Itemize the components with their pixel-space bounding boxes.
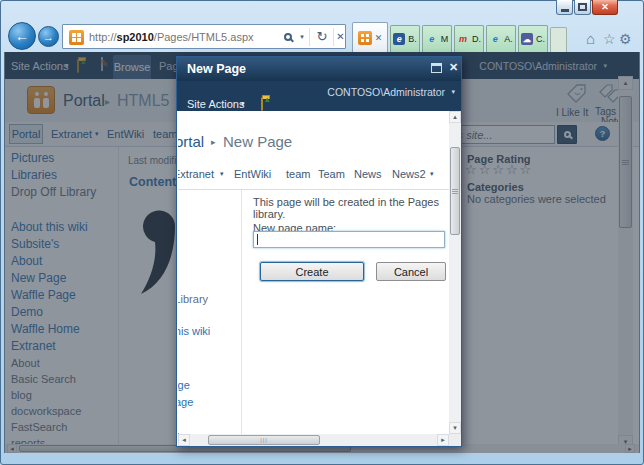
right-arrow-icon: ▸: [441, 436, 445, 443]
back-button[interactable]: ←: [8, 22, 36, 50]
tab-2-label: M: [441, 34, 449, 44]
dialog-scroll-left-button[interactable]: ◂: [178, 434, 190, 446]
home-icon: ⌂: [586, 30, 595, 47]
tab-4[interactable]: e A.: [486, 25, 516, 52]
dialog-side-newpage[interactable]: New Page: [178, 379, 190, 391]
tab-5-label: C.: [536, 34, 545, 44]
dialog-breadcrumb-page: New Page: [223, 133, 292, 150]
address-bar[interactable]: http://sp2010/Pages/HTML5.aspx ▾ ↻ ✕: [62, 24, 346, 49]
dialog-nav-news2[interactable]: News2: [392, 168, 426, 180]
tab-4-label: A.: [504, 34, 513, 44]
new-tab-button[interactable]: [550, 27, 567, 52]
search-icon: [284, 33, 292, 41]
url-host: sp2010: [117, 31, 154, 43]
sharepoint-icon-grid: [361, 34, 364, 37]
url-path: /Pages/HTML5.aspx: [154, 31, 254, 43]
chevron-down-icon: ▾: [451, 88, 455, 96]
down-arrow-icon: ▾: [453, 424, 457, 431]
refresh-icon: ↻: [317, 29, 328, 44]
tab-current[interactable]: ✕: [352, 22, 388, 52]
chevron-down-icon: ▾: [430, 170, 434, 178]
gear-icon: ⚙: [619, 31, 632, 47]
dialog-maximize-icon[interactable]: [431, 63, 442, 73]
tabs-divider: [178, 189, 449, 190]
thumb-grip: |||: [260, 437, 268, 443]
url-text: http://sp2010/Pages/HTML5.aspx: [89, 31, 254, 43]
cancel-button-label: Cancel: [394, 266, 428, 278]
tab-2[interactable]: e M: [422, 25, 452, 52]
new-page-name-input[interactable]: [253, 231, 445, 248]
chevron-down-icon: ▾: [300, 33, 304, 41]
thumb-grip: [452, 191, 458, 192]
forward-button[interactable]: →: [38, 26, 59, 47]
tab-1[interactable]: e B.: [390, 25, 420, 52]
ie-icon: e: [426, 33, 438, 45]
tab-3-favicon: m: [457, 33, 469, 45]
tab-5[interactable]: ☁ C.: [518, 25, 548, 52]
star-icon: ☆: [603, 31, 616, 47]
chevron-down-icon: ▾: [241, 100, 245, 108]
navigate-up-icon[interactable]: ▴: [261, 97, 263, 111]
dialog-user-menu[interactable]: CONTOSO\Administrator: [327, 86, 445, 98]
tab-3[interactable]: m D.: [454, 25, 484, 52]
cancel-button[interactable]: Cancel: [376, 262, 446, 281]
url-scheme: http://: [89, 31, 117, 43]
dialog-side-wafflepage[interactable]: Waffle Page: [178, 396, 193, 408]
up-arrow-icon: ▴: [265, 94, 270, 104]
dialog-side-aboutwiki[interactable]: About this wiki: [178, 325, 210, 337]
dialog-side-dropoff[interactable]: Drop Off Library: [178, 293, 208, 305]
new-page-dialog: New Page ✕ CONTOSO\Administrator ▾ Site …: [176, 56, 462, 447]
address-separator2: [333, 28, 334, 46]
stop-button[interactable]: ✕: [335, 25, 346, 48]
window-minimize-button[interactable]: [556, 0, 573, 15]
dialog-site-actions[interactable]: Site Actions: [187, 98, 244, 110]
new-page-name-field-wrap: [253, 231, 445, 248]
create-button[interactable]: Create: [260, 262, 364, 281]
dialog-nav-team[interactable]: team: [286, 168, 310, 180]
window-maximize-button[interactable]: [574, 0, 591, 15]
settings-button[interactable]: ⚙: [619, 31, 632, 47]
address-dropdown-caret[interactable]: ▾: [297, 25, 307, 48]
scrollbar-corner: [449, 434, 461, 446]
maximize-icon: [578, 3, 587, 11]
dialog-nav-team2[interactable]: Team: [318, 168, 345, 180]
dialog-info-text: This page will be created in the Pages l…: [253, 196, 449, 220]
dialog-sidebar-divider: [241, 190, 242, 434]
sharepoint-icon-grid: [72, 33, 76, 37]
dialog-breadcrumb-root[interactable]: Portal: [178, 133, 204, 150]
address-search-icon[interactable]: [279, 25, 297, 48]
minimize-icon: [561, 9, 569, 12]
dialog-scroll-right-button[interactable]: ▸: [437, 434, 449, 446]
dialog-title: New Page: [187, 62, 246, 76]
dialog-scroll-up-button[interactable]: ▴: [449, 111, 461, 123]
refresh-button[interactable]: ↻: [311, 25, 333, 48]
dialog-hscroll-thumb[interactable]: |||: [208, 435, 320, 445]
tab-1-favicon: e: [393, 33, 405, 45]
close-icon: ✕: [601, 2, 609, 12]
dialog-content: Portal ▸ New Page Extranet ▾ EntWiki tea…: [178, 111, 449, 434]
favorites-button[interactable]: ☆: [603, 31, 616, 47]
dialog-scroll-down-button[interactable]: ▾: [449, 422, 461, 434]
chevron-down-icon: ▾: [220, 170, 224, 178]
window-close-button[interactable]: ✕: [592, 0, 618, 15]
cloud-icon: ☁: [521, 33, 533, 45]
forward-icon: →: [43, 31, 54, 43]
tab-3-label: D.: [472, 34, 481, 44]
left-arrow-icon: ◂: [182, 436, 186, 443]
tab-1-label: B.: [408, 34, 417, 44]
back-icon: ←: [15, 28, 29, 44]
home-button[interactable]: ⌂: [586, 30, 595, 47]
dialog-vscroll-thumb[interactable]: [450, 147, 460, 235]
dialog-nav-entwiki[interactable]: EntWiki: [234, 168, 271, 180]
dialog-close-icon[interactable]: ✕: [449, 61, 458, 74]
breadcrumb-separator-icon: ▸: [211, 137, 216, 147]
close-tab-icon[interactable]: ✕: [375, 33, 383, 43]
dialog-title-bar[interactable]: New Page ✕: [177, 57, 461, 81]
address-separator: [309, 28, 310, 46]
dialog-nav-extranet[interactable]: Extranet: [178, 168, 214, 180]
sharepoint-tab-icon: [358, 31, 372, 45]
sharepoint-favicon: [69, 30, 84, 45]
dialog-nav-news[interactable]: News: [354, 168, 382, 180]
create-button-label: Create: [295, 266, 328, 278]
dialog-chrome-band: CONTOSO\Administrator ▾ Site Actions ▾ ▴: [177, 81, 461, 111]
